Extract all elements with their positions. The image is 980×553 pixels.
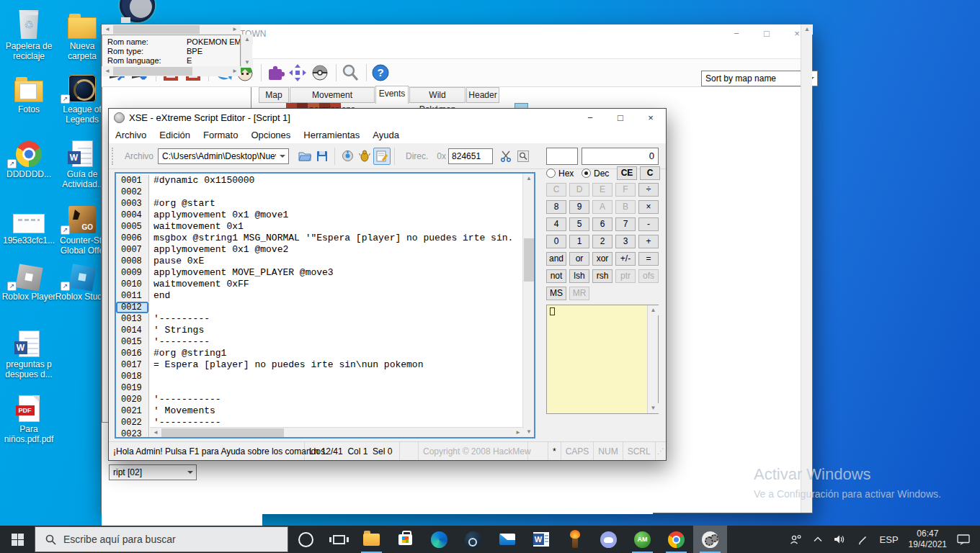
tree-scrollbar[interactable]: ▲ — [801, 24, 812, 513]
dec-radio[interactable] — [582, 168, 591, 178]
taskbar-icon-word[interactable] — [524, 526, 558, 553]
desktop-icon-para-ninos[interactable]: Para niños.pdf.pdf — [1, 389, 56, 444]
xse-menu-ayuda[interactable]: Ayuda — [366, 130, 406, 140]
debug-icon[interactable] — [356, 148, 373, 165]
hex-radio[interactable] — [546, 168, 556, 178]
scroll-left-icon[interactable]: ◄ — [102, 24, 113, 35]
taskbar-icon-xse[interactable] — [693, 526, 727, 553]
rom-scrollbar-top[interactable]: ◄ ► — [102, 24, 241, 35]
scroll-left-icon[interactable]: ◄ — [150, 428, 161, 438]
calc-key-6[interactable]: 6 — [592, 217, 612, 231]
desktop-icon-recycle-bin[interactable]: Papelera de reciclaje — [1, 6, 56, 61]
editor-line[interactable]: 0019 — [116, 382, 534, 394]
search-button-icon[interactable] — [514, 148, 532, 165]
minimize-button[interactable]: − — [575, 109, 605, 127]
editor-line[interactable]: 0010waitmovement 0xFF — [116, 279, 534, 290]
scroll-down-icon[interactable]: ▼ — [523, 427, 535, 437]
calc-key-2[interactable]: 2 — [592, 235, 612, 248]
calc-key-3[interactable]: 3 — [615, 235, 636, 248]
editor-line[interactable]: 0012 — [116, 302, 534, 313]
editor-line[interactable]: 0007applymovement 0x1 @move2 — [116, 244, 534, 256]
editor-line[interactable]: 0020'----------- — [116, 394, 534, 405]
calc-key-lsh[interactable]: lsh — [569, 269, 589, 283]
tab-wild-pokémon[interactable]: Wild Pokémon — [409, 87, 466, 103]
compile-icon[interactable] — [339, 148, 356, 165]
editor-line[interactable]: 0016#org @string1 — [116, 348, 534, 359]
taskbar-icon-file-explorer[interactable] — [355, 526, 388, 553]
taskbar-icon-steam[interactable] — [456, 526, 490, 553]
dec-radio-label[interactable]: Dec — [594, 168, 609, 179]
editor-line[interactable]: 0021' Movements — [116, 405, 534, 417]
plugin-puzzle-icon[interactable] — [265, 63, 285, 83]
desktop-icon-preguntas[interactable]: preguntas p despues d... — [1, 324, 56, 379]
scroll-up-icon[interactable]: ▲ — [648, 305, 659, 315]
editor-vscrollbar[interactable]: ▲ ▼ — [522, 174, 534, 437]
calc-key-[interactable]: +/- — [615, 252, 636, 266]
scroll-down-icon[interactable]: ▼ — [241, 58, 253, 68]
file-path-dropdown[interactable]: C:\Users\Admin\Desktop\Nueva carp — [158, 148, 289, 164]
calc-key-7[interactable]: 7 — [615, 217, 636, 231]
maximize-button[interactable]: □ — [752, 24, 782, 42]
xse-menu-opciones[interactable]: Opciones — [244, 130, 297, 140]
scroll-down-icon[interactable]: ▼ — [648, 403, 659, 413]
calc-key-[interactable]: + — [638, 235, 659, 248]
scroll-up-icon[interactable]: ▲ — [241, 35, 253, 45]
editor-line[interactable]: 0013'--------- — [116, 313, 534, 325]
scroll-right-icon[interactable]: ► — [512, 428, 524, 438]
offset-input[interactable]: 824651 — [448, 148, 493, 164]
desktop-icon-fotos[interactable]: Fotos — [1, 69, 56, 114]
editor-line[interactable]: 0003#org @start — [116, 198, 534, 210]
scroll-right-icon[interactable]: ► — [229, 66, 241, 76]
editor-line[interactable]: 0004applymovement 0x1 @move1 — [116, 210, 534, 221]
scroll-up-icon[interactable]: ▲ — [801, 24, 813, 35]
pokeball-icon[interactable] — [310, 63, 330, 83]
editor-hscrollbar[interactable]: ◄ ► — [150, 427, 524, 437]
xse-menu-edición[interactable]: Edición — [153, 130, 197, 140]
calc-key-4[interactable]: 4 — [546, 217, 566, 231]
calc-key-9[interactable]: 9 — [569, 200, 589, 214]
cortana-button[interactable] — [288, 526, 323, 553]
calc-key-[interactable]: - — [638, 217, 659, 231]
editor-line[interactable]: 0017= Espera [player] no puedes irte sin… — [116, 359, 534, 371]
tab-header[interactable]: Header — [466, 87, 499, 103]
maximize-button[interactable]: □ — [605, 109, 636, 127]
notes-scrollbar[interactable]: ▲ ▼ — [647, 305, 658, 413]
taskbar-icon-mail[interactable] — [490, 526, 524, 553]
clock[interactable]: 06:47 19/4/2021 — [904, 529, 951, 550]
rom-scrollbar-bottom[interactable]: ◄ ► — [102, 66, 241, 76]
desktop-icon-dddddd[interactable]: ↗DDDDDD... — [1, 134, 56, 179]
script-event-dropdown[interactable]: ript [02] — [109, 464, 197, 480]
xse-menu-archivo[interactable]: Archivo — [109, 130, 153, 140]
script-editor-icon[interactable] — [373, 148, 391, 165]
taskbar-icon-store[interactable] — [388, 526, 422, 553]
xse-menu-herramientas[interactable]: Herramientas — [297, 130, 366, 140]
rom-scrollbar-right[interactable]: ▲ ▼ — [241, 35, 252, 68]
open-file-icon[interactable] — [296, 148, 313, 165]
calc-key-8[interactable]: 8 — [546, 200, 566, 214]
taskbar-icon-game-torch[interactable] — [558, 526, 592, 553]
taskbar-search[interactable]: Escribe aquí para buscar — [35, 526, 288, 552]
cut-icon[interactable] — [497, 148, 514, 165]
calc-key-c[interactable]: C — [640, 166, 660, 180]
help-icon[interactable]: ? — [370, 63, 391, 83]
calc-key-5[interactable]: 5 — [569, 217, 589, 231]
zoom-icon[interactable] — [340, 63, 360, 83]
desktop-icon-195e33cfc1[interactable]: 195e33cfc1... — [1, 200, 56, 246]
editor-line[interactable]: 0005waitmovement 0x1 — [116, 221, 534, 233]
scroll-up-icon[interactable]: ▲ — [523, 174, 535, 184]
calc-key-or[interactable]: or — [569, 252, 589, 266]
taskbar-icon-chrome[interactable] — [659, 526, 693, 553]
start-button[interactable] — [0, 526, 35, 553]
task-view-button[interactable] — [323, 526, 355, 553]
calc-key-ce[interactable]: CE — [617, 166, 637, 180]
editor-line[interactable]: 0001#dynamic 0x1150000 — [116, 175, 534, 186]
calc-key-[interactable]: ÷ — [638, 183, 659, 197]
taskbar-icon-discord[interactable] — [592, 526, 625, 553]
volume-button[interactable] — [828, 534, 852, 544]
minimize-button[interactable]: − — [721, 24, 752, 42]
tab-events[interactable]: Events — [375, 86, 409, 104]
editor-line[interactable]: 0014' Strings — [116, 325, 534, 336]
taskbar-icon-edge[interactable] — [422, 526, 456, 553]
editor-line[interactable]: 0011end — [116, 290, 534, 302]
editor-line[interactable]: 0008pause 0xE — [116, 256, 534, 267]
